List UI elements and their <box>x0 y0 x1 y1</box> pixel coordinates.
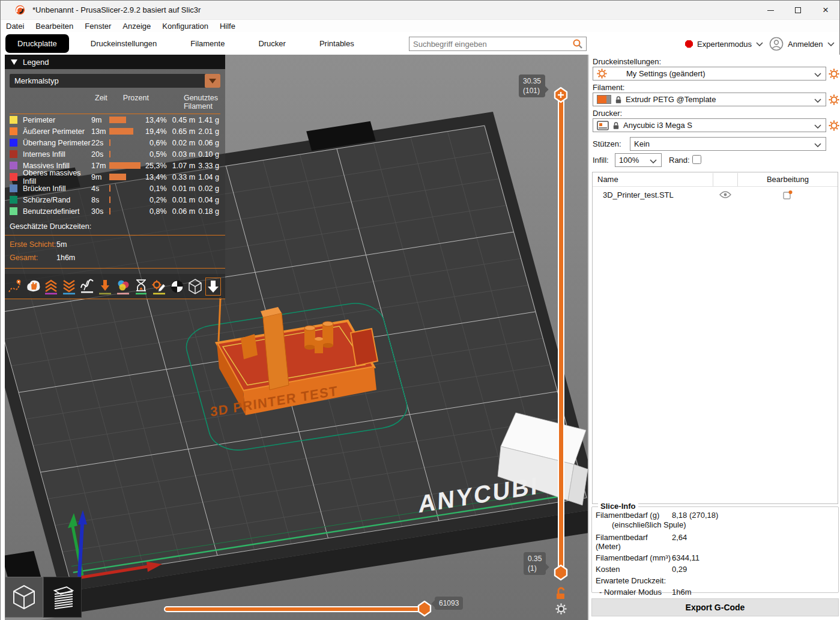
legend-collapse-icon[interactable] <box>205 278 221 296</box>
menu-bearbeiten[interactable]: Bearbeiten <box>35 22 73 31</box>
layer-slider-bottom-handle[interactable] <box>553 564 569 581</box>
center-of-gravity-icon[interactable] <box>169 278 185 296</box>
shells-icon[interactable] <box>25 278 41 296</box>
feature-type-value: Merkmalstyp <box>14 76 59 85</box>
printer-combo[interactable]: Anycubic i3 Mega S <box>593 118 826 132</box>
filament-gear-button[interactable] <box>829 94 839 105</box>
editor-view-button[interactable] <box>5 577 43 618</box>
slider-settings-gear-icon[interactable] <box>555 603 567 615</box>
menu-datei[interactable]: Datei <box>6 22 24 31</box>
menu-anzeige[interactable]: Anzeige <box>122 22 151 31</box>
deretractions-icon[interactable] <box>61 278 77 296</box>
printer-value: Anycubic i3 Mega S <box>623 121 692 130</box>
infill-combo[interactable]: 100% <box>615 153 662 167</box>
seams-icon[interactable] <box>79 278 95 296</box>
feature-grams: 2.01 g <box>195 127 220 136</box>
move-slider-track[interactable] <box>164 606 427 612</box>
maximize-button[interactable] <box>784 1 812 20</box>
feature-color-swatch <box>10 162 17 169</box>
search-input[interactable] <box>409 40 572 49</box>
lock-open-icon[interactable] <box>554 587 567 600</box>
minimize-button[interactable] <box>757 1 784 20</box>
legend-row: Überhang Perimeter22s0,6%0.02 m0.06 g <box>10 137 220 148</box>
legend-row: Äußerer Perimeter13m19,4%0.65 m2.01 g <box>10 126 220 137</box>
expert-mode-icon <box>685 40 693 48</box>
mode-label: Expertenmodus <box>697 40 752 49</box>
print-settings-gear-button[interactable] <box>829 68 839 79</box>
feature-label: Überhang Perimeter <box>23 139 91 147</box>
menu-fenster[interactable]: Fenster <box>85 22 111 31</box>
viewport-3d[interactable]: 3D PRINTER TEST ANYCUBI <box>5 55 588 620</box>
print-settings-combo[interactable]: My Settings (geändert) <box>593 67 826 81</box>
supports-label: Stützen: <box>593 139 621 148</box>
search-box[interactable] <box>409 37 587 51</box>
chevron-down-icon <box>814 99 821 103</box>
feature-grams: 0.10 g <box>195 150 220 159</box>
feature-percent: 0,5% <box>142 150 167 159</box>
mode-selector[interactable]: Expertenmodus <box>685 37 763 51</box>
select-dropdown-button[interactable] <box>205 74 220 88</box>
feature-meters: 1.07 m <box>167 162 196 170</box>
feature-percent: 13,4% <box>142 173 167 181</box>
feature-grams: 0.06 g <box>195 139 220 147</box>
brim-checkbox[interactable] <box>692 155 701 164</box>
legend-row: Benutzerdefiniert30s0,8%0.06 m0.18 g <box>10 205 220 217</box>
menu-konfiguration[interactable]: Konfiguration <box>162 22 208 31</box>
login-control[interactable]: Anmelden <box>769 35 835 52</box>
tab-druckeinstellungen[interactable]: Druckeinstellungen <box>82 35 166 52</box>
travel-moves-icon[interactable] <box>7 278 23 296</box>
chevron-down-icon <box>756 42 763 46</box>
infill-value: 100% <box>619 156 639 165</box>
feature-type-select[interactable]: Merkmalstyp <box>10 74 220 88</box>
color-changes-icon[interactable] <box>115 278 131 296</box>
close-button[interactable]: × <box>812 1 839 20</box>
wireframe-icon[interactable] <box>187 278 203 296</box>
app-window: *Unbenannt - PrusaSlicer-2.9.2 basiert a… <box>0 0 840 620</box>
feature-meters: 0.45 m <box>167 116 196 124</box>
legend-header[interactable]: Legend <box>5 55 225 69</box>
login-label: Anmelden <box>788 40 823 49</box>
lock-icon <box>615 96 622 104</box>
feature-percent: 25,3% <box>142 162 167 170</box>
settings-sidebar: Druckeinstellungen: My Settings (geänder… <box>589 55 840 620</box>
feature-time: 4s <box>91 184 109 193</box>
feature-time: 9m <box>91 116 109 124</box>
feature-percent-bar <box>109 128 141 135</box>
feature-meters: 0.65 m <box>167 127 196 136</box>
search-icon[interactable] <box>572 38 583 49</box>
feature-grams: 0.02 g <box>195 184 220 193</box>
printer-gear-button[interactable] <box>829 120 839 131</box>
brim-label: Rand: <box>669 156 690 165</box>
object-name: 3D_Printer_test.STL <box>593 190 713 199</box>
retractions-icon[interactable] <box>43 278 59 296</box>
export-gcode-button[interactable]: Export G-Code <box>591 598 839 616</box>
preview-view-button[interactable] <box>43 577 82 618</box>
tab-drucker[interactable]: Drucker <box>250 35 294 52</box>
tab-filamente[interactable]: Filamente <box>182 35 233 52</box>
tool-changes-icon[interactable] <box>97 278 113 296</box>
menu-hilfe[interactable]: Hilfe <box>220 22 235 31</box>
filament-value: Extrudr PETG @Template <box>626 95 716 104</box>
layer-slider-top-tooltip: 30.35(101) <box>519 74 545 97</box>
feature-meters: 0.02 m <box>167 139 196 147</box>
tab-druckplatte[interactable]: Druckplatte <box>5 34 69 53</box>
feature-color-swatch <box>10 127 17 135</box>
feature-grams: 1.41 g <box>195 116 220 124</box>
feature-meters: 0.01 m <box>167 196 196 204</box>
edit-object-icon[interactable] <box>783 190 793 199</box>
filament-combo[interactable]: Extrudr PETG @Template <box>593 93 826 106</box>
layer-slider-track[interactable] <box>558 95 564 573</box>
custom-gcode-icon[interactable] <box>151 278 167 296</box>
layer-slider-top-handle[interactable] <box>553 87 569 103</box>
feature-color-swatch <box>10 116 17 124</box>
legend-row: Oberes massives Infill9m13,4%0.33 m1.04 … <box>10 171 220 183</box>
move-slider-handle[interactable] <box>417 600 432 617</box>
visibility-eye-icon[interactable] <box>719 191 731 198</box>
feature-percent: 0,8% <box>142 207 167 216</box>
supports-combo[interactable]: Kein <box>630 137 826 151</box>
tab-printables[interactable]: Printables <box>311 35 363 52</box>
pause-prints-icon[interactable] <box>133 278 149 296</box>
user-avatar-icon <box>769 37 784 51</box>
object-row[interactable]: 3D_Printer_test.STL <box>593 187 838 202</box>
feature-time: 20s <box>91 150 109 159</box>
